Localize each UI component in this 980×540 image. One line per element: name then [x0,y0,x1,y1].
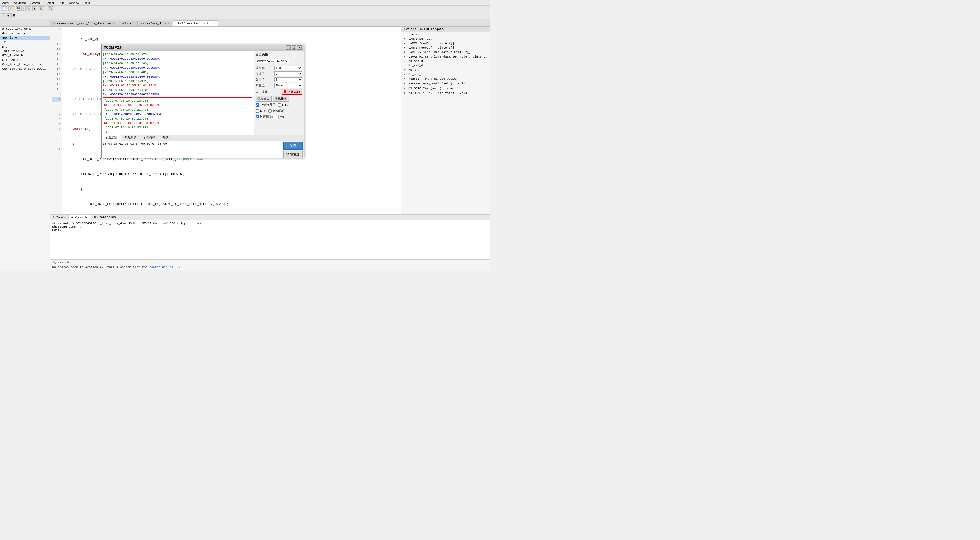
menu-navigate[interactable]: Navigate [12,0,28,5]
xcom-rts-row[interactable]: RTS [256,109,266,113]
search-panel-label[interactable]: Search [58,261,69,264]
xcom-hex-display-row[interactable]: 16进制显示 [256,103,275,107]
xcom-rts-checkbox[interactable] [256,109,259,113]
outline-title[interactable]: Outline [404,27,417,31]
xcom-minimize-btn[interactable]: ─ [286,45,291,50]
tab-ioc-close[interactable]: × [113,22,115,25]
menu-window[interactable]: Window [66,0,81,5]
tab-it[interactable]: stm32f4xx_it.c × [138,21,172,26]
tab-main-close[interactable]: × [133,22,135,25]
sidebar-item-flash[interactable]: GTX_FLASH.ld [0,53,50,58]
xcom-tab-single[interactable]: 单条发送 [102,135,121,141]
outline-item-mainh[interactable]: 📄 main.h [401,32,490,37]
tab-ioc[interactable]: STM32F407ZGxx_test_lora_dome.ioc × [50,21,118,26]
bottom-tab-console[interactable]: ▣ Console [68,215,91,220]
xcom-line-7: [2023-07-06 10:09:11.971] [103,79,253,83]
xcom-port-select[interactable]: COM17:Silicon Labs CP [256,59,289,64]
xcom-send-btn[interactable]: 发送 [283,142,303,150]
xcom-send-input[interactable]: 00 03 17 01 02 03 04 05 06 07 08 09 [102,141,282,158]
menu-run[interactable]: Run [56,0,66,5]
xcom-tab-multi[interactable]: 多条发送 [121,135,140,141]
code-line-116: if(UART1_ReceBuf[0]==0x01 && UART1_ReceB… [65,172,399,177]
xcom-timestamp-row[interactable]: 时间戳 [256,115,269,119]
outline-item-m1set1[interactable]: # M1_set_1 [401,72,490,77]
sidebar-item-debug[interactable]: Gxx_test_lora_dome Debug.lau [0,67,50,71]
sidebar-item-project[interactable]: x_test_lora_dome [0,27,50,31]
toolbar-search[interactable]: 🔍 [48,6,54,11]
tab-it-close[interactable]: × [168,22,169,25]
xcom-databits-row: 数据位 8 [256,77,302,82]
sidebar-item-msp[interactable]: 4xx_hal_msp.c [0,31,50,35]
outline-item-rxdata[interactable]: ● UART_Rx_send_lora_data : uint8_t[] [401,50,490,54]
xcom-clear-send-btn[interactable]: 清除发送 [283,151,303,158]
sidebar-item-it[interactable]: 4xx_it.c [0,35,50,40]
sidebar-item-nc[interactable]: n.c [0,45,50,49]
outline-item-label-12: MX_GPIO_Init(void) : void [408,87,454,90]
xcom-tab-help[interactable]: 帮助 [159,135,172,141]
outline-item-sendbuf[interactable]: ● UART1_SendBuf : uint8_t[] [401,41,490,46]
menu-search[interactable]: Search [28,0,42,5]
tab-uart-close[interactable]: × [213,22,215,25]
toolbar-debug[interactable]: 🐛 [38,6,44,11]
build-targets-title[interactable]: Build Targets [420,27,444,31]
xcom-databits-select[interactable]: 8 [274,77,302,82]
xcom-baud-select[interactable]: 9600 [274,65,302,70]
xcom-timestamp-checkbox[interactable] [256,115,259,118]
bottom-tab-tasks[interactable]: ⚑ Tasks [50,215,68,220]
xcom-timestamp-input[interactable] [270,115,278,119]
xcom-clear-recv-btn[interactable]: 清除接收 [273,96,289,102]
xcom-maximize-btn[interactable]: □ [292,45,296,50]
menu-help[interactable]: Help [82,0,92,5]
xcom-hex-checkbox[interactable] [256,104,259,107]
search-dialog-link[interactable]: search dialog [150,265,173,269]
tab-bar: STM32F407ZGxx_test_lora_dome.ioc × main.… [0,19,490,27]
toolbar-run[interactable]: ▶ [32,6,37,11]
xcom-autosave-checkbox[interactable] [268,109,272,113]
toolbar2-btn1[interactable]: ≡ [1,13,5,18]
outline-item-gpio[interactable]: ⊕ MX_GPIO_Init(void) : void [401,86,490,91]
toolbar-new[interactable]: 📄 [1,6,7,11]
xcom-parity-select[interactable]: None [274,83,302,88]
toolbar2-btn2[interactable]: ▼ [6,13,11,18]
outline-item-huart1[interactable]: ● huart1 : UART_HandleTypeDef [401,77,490,81]
xcom-save-window-btn[interactable]: 保存窗口 [256,96,272,102]
outline-item-m1set0[interactable]: # M1_set_0 [401,64,490,68]
sidebar-item-c1[interactable]: .c [0,40,50,45]
tab-it-label: stm32f4xx_it.c [141,22,167,25]
xcom-bottom: 单条发送 多条发送 协议传输 帮助 00 03 17 01 02 03 04 0… [102,134,304,158]
outline-item-buflen[interactable]: ● UART1_Buf_LEN [401,37,490,41]
sidebar-item-ram[interactable]: GTX_RAM.ld [0,58,50,62]
outline-hash-icon-7: # [404,64,406,67]
toolbar-save[interactable]: 💾 [16,6,22,11]
sidebar-item-ioc[interactable]: Gxx_test_lora_dome.ioc [0,62,50,67]
outline-func-icon-12: ⊕ [404,87,406,90]
tab-main[interactable]: main.c × [118,21,138,26]
outline-item-label-0: main.h [410,33,422,36]
menu-actor[interactable]: Actor [0,0,12,5]
xcom-close-port-btn[interactable]: 关闭串口 [282,89,302,95]
tab-uart[interactable]: stm32f4xx_hal_uart.c × [173,20,218,26]
xcom-autosave-row[interactable]: 自动保存 [268,109,285,113]
outline-item-recebuf[interactable]: ● UART1_ReceBuf : uint8_t[] [401,46,490,50]
xcom-stopbits-select[interactable]: 1 [274,72,302,76]
toolbar2-btn3[interactable]: ⊞ [11,13,16,18]
xcom-tab-protocol[interactable]: 协议传输 [140,135,159,141]
xcom-close-port-label: 关闭串口 [288,90,300,93]
xcom-serial-output[interactable]: [2023-07-06 10:08:51.973] TX: 0003170102… [102,51,254,134]
sidebar-item-stm32[interactable]: _stm32f4xx.c [0,49,50,53]
bottom-tab-properties[interactable]: ≡ Properties [91,215,119,220]
xcom-line-10: TX: 00031701020304050607080900A [103,92,253,97]
toolbar-build[interactable]: 🔨 [25,6,32,11]
outline-item-m0set1[interactable]: # M0_set_1 [401,68,490,72]
xcom-dtr-checkbox[interactable] [278,104,281,107]
outline-item-rxsetmode[interactable]: ● USART_Rx_send_lora_data_set_mode : uin… [401,54,490,59]
toolbar-open[interactable]: 📁 [8,6,14,11]
outline-header: Outline Build Targets [401,27,490,32]
outline-item-sysclk[interactable]: ⊕ SystemClock_Config(void) : void [401,81,490,86]
xcom-close-btn[interactable]: × [297,45,302,50]
outline-item-m0set0[interactable]: # M0_set_0 [401,59,490,64]
menu-project[interactable]: Project [42,0,56,5]
xcom-dtr-row[interactable]: DTR [278,103,289,107]
outline-item-usart[interactable]: ⊕ MX_USART1_UART_Init(void) : void [401,91,490,95]
xcom-serial-ops-row: 串口操作 关闭串口 [256,89,302,95]
